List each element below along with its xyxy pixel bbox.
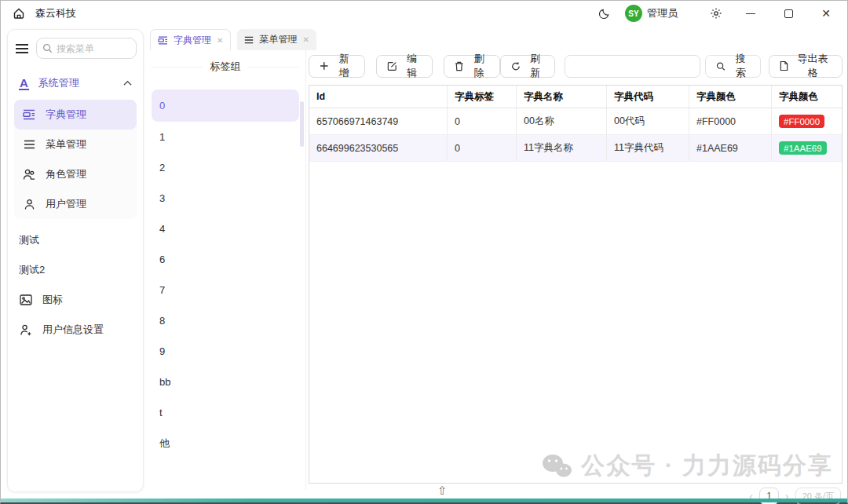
column-header[interactable]: 字典标签 xyxy=(448,86,517,108)
column-header[interactable]: Id xyxy=(309,86,448,108)
sidebar-search[interactable] xyxy=(36,38,137,59)
column-header[interactable]: 字典代码 xyxy=(607,86,689,108)
bottom-accent-strip xyxy=(1,499,847,502)
tag-item[interactable]: 9 xyxy=(152,336,299,367)
toolbar: 新增 编辑 删除 刷新 搜索 xyxy=(309,50,843,82)
tab-menu-mgmt[interactable]: 菜单管理 ✕ xyxy=(237,29,316,50)
table-row[interactable]: 664699623530565 0 11字典名称 11字典代码 #1AAE69 … xyxy=(309,135,842,162)
tab-dict-mgmt[interactable]: 字典管理 ✕ xyxy=(150,29,231,50)
sidebar: A 系统管理 字典管理 菜单管理 xyxy=(7,29,144,492)
group-a-icon: A xyxy=(19,77,29,90)
search-icon xyxy=(42,43,53,53)
sidebar-item-menu-mgmt[interactable]: 菜单管理 xyxy=(14,130,137,159)
add-button[interactable]: 新增 xyxy=(309,55,365,78)
column-header[interactable]: 字典颜色 xyxy=(772,86,842,108)
column-header[interactable]: 字典颜色 xyxy=(689,86,772,108)
tab-close-icon[interactable]: ✕ xyxy=(302,35,309,44)
refresh-icon xyxy=(511,61,521,71)
dictionary-icon xyxy=(158,36,168,45)
close-icon: ✕ xyxy=(821,7,831,20)
minimize-icon xyxy=(746,13,755,14)
user-settings-icon xyxy=(19,324,33,336)
tag-item[interactable]: 3 xyxy=(152,183,299,214)
chevron-up-icon xyxy=(123,80,132,86)
collapse-menu-icon[interactable] xyxy=(14,41,30,57)
minimize-button[interactable] xyxy=(737,3,764,24)
sidebar-search-input[interactable] xyxy=(57,43,124,54)
tag-list: 0 1 2 3 4 6 7 8 9 bb t 他 xyxy=(147,89,304,458)
tag-item[interactable]: 他 xyxy=(152,428,299,458)
app-title: 森云科技 xyxy=(35,6,76,20)
search-icon xyxy=(716,61,726,71)
export-button[interactable]: 导出表格 xyxy=(769,55,843,78)
main-content: 新增 编辑 删除 刷新 搜索 xyxy=(309,50,843,499)
dark-mode-moon-icon[interactable] xyxy=(594,3,614,24)
group-label: 系统管理 xyxy=(38,76,79,90)
edit-icon xyxy=(387,61,397,71)
user-menu[interactable]: SY 管理员 xyxy=(625,5,678,22)
avatar: SY xyxy=(625,5,642,22)
edit-button[interactable]: 编辑 xyxy=(376,55,433,78)
tag-group-panel: 标签组 0 1 2 3 4 6 7 8 9 bb t 他 xyxy=(147,50,304,494)
cursor-up-arrow-icon: ⇧ xyxy=(437,484,448,498)
home-icon[interactable] xyxy=(9,3,29,24)
tab-label: 字典管理 xyxy=(174,34,211,47)
sidebar-item-label: 字典管理 xyxy=(46,108,86,122)
dictionary-icon xyxy=(22,109,36,120)
sidebar-item-icons[interactable]: 图标 xyxy=(14,285,137,315)
refresh-button[interactable]: 刷新 xyxy=(500,55,556,78)
close-button[interactable]: ✕ xyxy=(813,3,839,24)
tabbar: 字典管理 ✕ 菜单管理 ✕ xyxy=(150,29,316,50)
tab-close-icon[interactable]: ✕ xyxy=(217,36,223,45)
color-badge: #1AAE69 xyxy=(779,141,827,155)
sidebar-item-label: 测试2 xyxy=(19,263,45,277)
user-name: 管理员 xyxy=(647,6,678,20)
sidebar-item-user-mgmt[interactable]: 用户管理 xyxy=(14,189,137,219)
user-icon xyxy=(22,199,36,210)
document-icon xyxy=(780,60,788,71)
panel-scrollbar[interactable] xyxy=(300,101,304,147)
titlebar: 森云科技 SY 管理员 ✕ xyxy=(1,1,847,26)
tag-item[interactable]: 4 xyxy=(152,214,299,244)
tag-item[interactable]: 2 xyxy=(152,152,299,183)
sidebar-item-label: 测试 xyxy=(19,233,39,247)
maximize-icon xyxy=(784,9,793,18)
tag-item[interactable]: 1 xyxy=(152,122,299,152)
tag-item[interactable]: t xyxy=(152,397,299,428)
settings-gear-icon[interactable] xyxy=(706,3,726,24)
search-button[interactable]: 搜索 xyxy=(705,55,761,78)
delete-button[interactable]: 删除 xyxy=(444,55,500,78)
tag-item[interactable]: 0 xyxy=(152,89,299,122)
table-row[interactable]: 657066971463749 0 00名称 00代码 #FF0000 #FF0… xyxy=(309,108,842,135)
table-search-input[interactable] xyxy=(565,55,700,78)
sidebar-item-label: 图标 xyxy=(42,293,63,307)
image-icon xyxy=(19,294,33,305)
menu-lines-icon xyxy=(244,36,254,44)
tag-item[interactable]: 7 xyxy=(152,275,299,305)
sidebar-item-label: 角色管理 xyxy=(46,167,86,181)
tag-group-title: 标签组 xyxy=(203,60,249,74)
sidebar-item-test2[interactable]: 测试2 xyxy=(14,255,137,285)
app-window: 森云科技 SY 管理员 ✕ A 系 xyxy=(0,0,848,504)
column-header[interactable]: 字典名称 xyxy=(517,86,607,108)
sidebar-item-dict-mgmt[interactable]: 字典管理 xyxy=(14,100,137,130)
sidebar-item-label: 用户信息设置 xyxy=(42,323,104,337)
tag-item[interactable]: 6 xyxy=(152,244,299,275)
color-badge: #FF0000 xyxy=(779,115,824,128)
tag-item[interactable]: bb xyxy=(152,367,299,397)
sidebar-group-system[interactable]: A 系统管理 xyxy=(14,70,137,97)
tag-item[interactable]: 8 xyxy=(152,305,299,336)
sidebar-item-test[interactable]: 测试 xyxy=(14,225,137,255)
maximize-button[interactable] xyxy=(775,3,802,24)
sidebar-item-role-mgmt[interactable]: 角色管理 xyxy=(14,159,137,189)
panel-divider xyxy=(305,50,306,490)
sidebar-submenu: 字典管理 菜单管理 角色管理 用户管理 xyxy=(14,100,137,219)
sidebar-item-user-info-settings[interactable]: 用户信息设置 xyxy=(14,315,137,345)
dictionary-table: Id 字典标签 字典名称 字典代码 字典颜色 字典颜色 657066971463… xyxy=(309,85,843,484)
trash-icon xyxy=(455,61,464,71)
roles-people-icon xyxy=(22,169,36,181)
menu-lines-icon xyxy=(22,140,36,149)
sidebar-item-label: 用户管理 xyxy=(46,197,86,211)
sidebar-item-label: 菜单管理 xyxy=(46,137,86,152)
tab-label: 菜单管理 xyxy=(259,33,297,46)
